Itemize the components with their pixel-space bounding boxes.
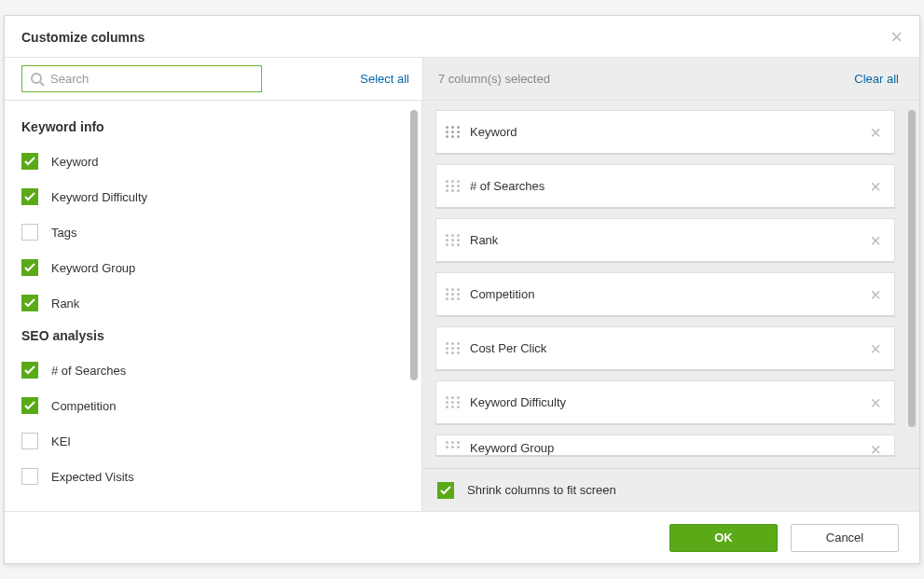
search-field-wrap[interactable] — [21, 65, 262, 92]
selected-column-keyword-difficulty[interactable]: Keyword Difficulty × — [435, 380, 895, 425]
dialog-body: Keyword info Keyword Keyword Difficulty … — [5, 101, 919, 511]
selected-column-cpc[interactable]: Cost Per Click × — [435, 326, 895, 371]
selected-column-label: Cost Per Click — [470, 341, 866, 355]
selected-column-label: Competition — [470, 287, 866, 301]
remove-icon[interactable]: × — [866, 178, 885, 195]
select-all-link[interactable]: Select all — [360, 72, 409, 86]
checkbox-icon[interactable] — [21, 397, 38, 414]
selected-columns-pane: Keyword × # of Searches × — [422, 101, 919, 511]
selected-count: 7 column(s) selected — [438, 72, 550, 86]
ok-button[interactable]: OK — [669, 524, 778, 552]
column-option-label: KEI — [51, 434, 71, 448]
selected-column-label: # of Searches — [470, 179, 866, 193]
scrollbar-thumb[interactable] — [410, 110, 418, 380]
column-option-label: Competition — [51, 399, 116, 413]
svg-point-0 — [32, 74, 41, 83]
selected-column-label: Keyword — [470, 125, 866, 139]
checkbox-icon[interactable] — [21, 433, 38, 449]
column-option-keyword-difficulty[interactable]: Keyword Difficulty — [21, 179, 399, 214]
selected-column-keyword-group[interactable]: Keyword Group × — [435, 434, 895, 457]
toolbar-right: 7 column(s) selected Clear all — [422, 58, 919, 100]
column-option-label: Keyword Group — [51, 261, 135, 275]
group-title: SEO analysis — [21, 328, 399, 343]
remove-icon[interactable]: × — [866, 124, 885, 141]
drag-handle-icon[interactable] — [444, 126, 461, 138]
selected-column-label: Keyword Difficulty — [470, 395, 866, 409]
checkbox-icon[interactable] — [21, 468, 38, 485]
checkbox-icon[interactable] — [21, 224, 38, 241]
column-option-expected-visits[interactable]: Expected Visits — [21, 459, 399, 494]
shrink-label: Shrink columns to fit screen — [467, 483, 616, 497]
selected-column-keyword[interactable]: Keyword × — [435, 110, 895, 155]
column-option-keyword[interactable]: Keyword — [21, 144, 399, 179]
selected-column-rank[interactable]: Rank × — [435, 218, 895, 263]
column-option-kei[interactable]: KEI — [21, 423, 399, 459]
toolbar-left: Select all — [5, 58, 422, 100]
checkbox-icon[interactable] — [21, 188, 38, 205]
column-option-tags[interactable]: Tags — [21, 214, 399, 250]
column-option-competition[interactable]: Competition — [21, 388, 399, 423]
scrollbar-thumb[interactable] — [908, 110, 916, 427]
shrink-option-row[interactable]: Shrink columns to fit screen — [422, 468, 919, 511]
dialog-title: Customize columns — [21, 30, 145, 45]
drag-handle-icon[interactable] — [444, 234, 461, 246]
column-option-keyword-group[interactable]: Keyword Group — [21, 250, 399, 285]
checkbox-icon[interactable] — [21, 153, 38, 170]
remove-icon[interactable]: × — [866, 340, 885, 357]
available-columns-scroll[interactable]: Keyword info Keyword Keyword Difficulty … — [5, 101, 421, 511]
toolbar-row: Select all 7 column(s) selected Clear al… — [5, 58, 919, 101]
selected-columns-scroll[interactable]: Keyword × # of Searches × — [422, 101, 919, 468]
column-option-searches[interactable]: # of Searches — [21, 352, 399, 388]
selected-column-label: Rank — [470, 233, 866, 247]
drag-handle-icon[interactable] — [444, 441, 461, 448]
checkbox-icon[interactable] — [21, 259, 38, 276]
checkbox-icon[interactable] — [21, 295, 38, 311]
clear-all-link[interactable]: Clear all — [854, 72, 899, 86]
drag-handle-icon[interactable] — [444, 342, 461, 354]
column-option-label: # of Searches — [51, 364, 126, 378]
dialog-header: Customize columns × — [5, 16, 919, 58]
selected-column-searches[interactable]: # of Searches × — [435, 164, 895, 209]
cancel-button[interactable]: Cancel — [791, 524, 899, 552]
checkbox-icon[interactable] — [21, 362, 38, 379]
remove-icon[interactable]: × — [866, 394, 885, 411]
svg-line-1 — [40, 82, 44, 86]
drag-handle-icon[interactable] — [444, 288, 461, 300]
column-option-label: Keyword — [51, 155, 99, 169]
drag-handle-icon[interactable] — [444, 180, 461, 192]
column-option-label: Keyword Difficulty — [51, 190, 147, 204]
checkbox-icon[interactable] — [437, 482, 454, 499]
remove-icon[interactable]: × — [866, 286, 885, 303]
group-title: Keyword info — [21, 119, 399, 134]
remove-icon[interactable]: × — [866, 232, 885, 249]
column-option-label: Tags — [51, 226, 76, 240]
search-icon — [30, 72, 45, 87]
search-input[interactable] — [50, 66, 261, 91]
dialog-footer: OK Cancel — [5, 511, 919, 563]
column-option-rank[interactable]: Rank — [21, 285, 399, 321]
column-option-label: Rank — [51, 296, 79, 310]
available-columns-pane: Keyword info Keyword Keyword Difficulty … — [5, 101, 422, 511]
close-icon[interactable]: × — [890, 29, 903, 46]
customize-columns-dialog: Customize columns × Select all 7 column(… — [4, 15, 920, 564]
column-option-label: Expected Visits — [51, 470, 134, 484]
remove-icon[interactable]: × — [866, 441, 885, 457]
drag-handle-icon[interactable] — [444, 396, 461, 408]
selected-column-competition[interactable]: Competition × — [435, 272, 895, 317]
selected-column-label: Keyword Group — [470, 441, 866, 455]
